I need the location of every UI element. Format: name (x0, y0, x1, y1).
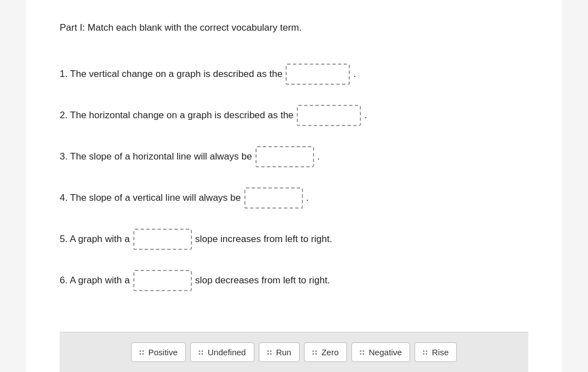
drag-handle-undefined (199, 350, 203, 355)
question-2-before: 2. The horizontal change on a graph is d… (60, 110, 293, 121)
answer-bar: Positive Undefined Run (60, 332, 528, 372)
question-row-5: 5. A graph with a slope increases from l… (60, 219, 528, 260)
blank-4[interactable] (244, 187, 303, 209)
drag-handle-negative (360, 350, 364, 355)
chip-undefined[interactable]: Undefined (190, 342, 254, 362)
question-5-before: 5. A graph with a (60, 234, 130, 245)
question-3-after: . (317, 151, 320, 162)
question-text-3: 3. The slope of a horizontal line will a… (60, 146, 320, 167)
question-1-before: 1. The vertical change on a graph is des… (60, 69, 282, 80)
question-3-before: 3. The slope of a horizontal line will a… (60, 151, 252, 162)
blank-1[interactable] (286, 64, 350, 85)
content-card: Part I: Match each blank with the correc… (26, 0, 562, 372)
drag-handle-positive (139, 350, 144, 355)
question-4-after: . (306, 192, 309, 204)
chip-positive-label: Positive (148, 347, 178, 357)
chip-run[interactable]: Run (259, 342, 300, 362)
drag-handle-zero (312, 350, 317, 355)
chip-rise-label: Rise (432, 347, 449, 357)
blank-6[interactable] (133, 270, 192, 291)
question-row-3: 3. The slope of a horizontal line will a… (60, 136, 528, 177)
question-row-4: 4. The slope of a vertical line will alw… (60, 177, 528, 219)
drag-handle-rise (423, 350, 427, 355)
question-6-before: 6. A graph with a (60, 275, 130, 286)
question-text-6: 6. A graph with a slop decreases from le… (60, 270, 330, 291)
chip-negative[interactable]: Negative (351, 342, 410, 362)
chip-negative-label: Negative (369, 347, 402, 357)
question-2-after: . (364, 110, 367, 121)
page-container: Part I: Match each blank with the correc… (0, 0, 588, 372)
question-row-6: 6. A graph with a slop decreases from le… (60, 260, 528, 301)
question-4-before: 4. The slope of a vertical line will alw… (60, 192, 241, 204)
blank-3[interactable] (256, 146, 314, 167)
chip-undefined-label: Undefined (208, 347, 245, 357)
chip-zero[interactable]: Zero (304, 342, 347, 362)
question-list: 1. The vertical change on a graph is des… (60, 54, 528, 332)
question-text-1: 1. The vertical change on a graph is des… (60, 64, 356, 85)
question-6-middle: slop decreases from left to right. (195, 275, 330, 286)
instructions-text: Part I: Match each blank with the correc… (60, 22, 528, 33)
chip-rise[interactable]: Rise (415, 342, 457, 362)
drag-handle-run (267, 350, 272, 355)
blank-5[interactable] (133, 229, 192, 250)
blank-2[interactable] (297, 105, 361, 126)
question-row-1: 1. The vertical change on a graph is des… (60, 54, 528, 95)
chip-run-label: Run (276, 347, 292, 357)
question-5-middle: slope increases from left to right. (195, 234, 332, 245)
question-1-after: . (353, 69, 356, 80)
question-row-2: 2. The horizontal change on a graph is d… (60, 95, 528, 136)
question-text-4: 4. The slope of a vertical line will alw… (60, 187, 309, 209)
question-text-5: 5. A graph with a slope increases from l… (60, 229, 332, 250)
chip-positive[interactable]: Positive (131, 342, 186, 362)
chip-zero-label: Zero (321, 347, 339, 357)
question-text-2: 2. The horizontal change on a graph is d… (60, 105, 367, 126)
